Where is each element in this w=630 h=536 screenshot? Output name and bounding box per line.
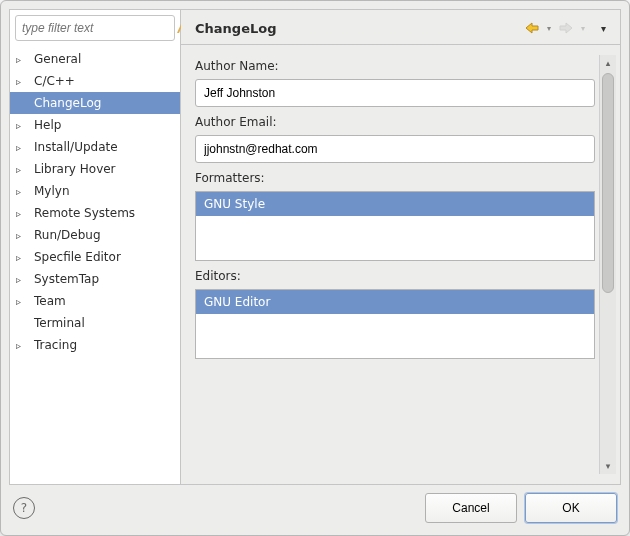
content-body: Author Name: Author Email: Formatters: G… [181,44,620,484]
filter-wrap [10,10,180,46]
tree-item-label: ChangeLog [28,96,101,110]
tree-item-label: Help [28,118,61,132]
tree-item[interactable]: ChangeLog [10,92,180,114]
tree-item[interactable]: ▹General [10,48,180,70]
content-scrollbar[interactable]: ▴ ▾ [599,55,616,474]
expand-icon[interactable]: ▹ [16,296,28,307]
view-menu-icon[interactable]: ▾ [599,23,608,34]
content-panel: ChangeLog ▾ ▾ ▾ [181,9,621,485]
scroll-down-icon[interactable]: ▾ [600,458,616,474]
tree-item-label: SystemTap [28,272,99,286]
tree-item-label: Terminal [28,316,85,330]
formatters-listbox[interactable]: GNU Style [195,191,595,261]
button-bar: ? Cancel OK [1,485,629,535]
help-icon[interactable]: ? [13,497,35,519]
category-tree[interactable]: ▹General▹C/C++ChangeLog▹Help▹Install/Upd… [10,46,180,484]
content-header: ChangeLog ▾ ▾ ▾ [181,10,620,44]
expand-icon[interactable]: ▹ [16,230,28,241]
author-email-label: Author Email: [195,115,595,129]
tree-item[interactable]: ▹Mylyn [10,180,180,202]
nav-back-icon[interactable] [523,20,541,36]
main-area: ▹General▹C/C++ChangeLog▹Help▹Install/Upd… [9,9,621,485]
expand-icon[interactable]: ▹ [16,186,28,197]
expand-icon[interactable]: ▹ [16,340,28,351]
tree-item[interactable]: ▹Run/Debug [10,224,180,246]
list-item[interactable]: GNU Style [196,192,594,216]
tree-item[interactable]: ▹Install/Update [10,136,180,158]
author-email-input[interactable] [195,135,595,163]
tree-item-label: General [28,52,81,66]
tree-item[interactable]: ▹C/C++ [10,70,180,92]
tree-item-label: Install/Update [28,140,118,154]
expand-icon[interactable]: ▹ [16,142,28,153]
dialog-buttons: Cancel OK [425,493,617,523]
author-name-label: Author Name: [195,59,595,73]
editors-label: Editors: [195,269,595,283]
tree-item[interactable]: ▹Specfile Editor [10,246,180,268]
preferences-dialog: ▹General▹C/C++ChangeLog▹Help▹Install/Upd… [0,0,630,536]
tree-item-label: C/C++ [28,74,75,88]
tree-item[interactable]: ▹SystemTap [10,268,180,290]
expand-icon[interactable]: ▹ [16,164,28,175]
tree-item[interactable]: ▹Tracing [10,334,180,356]
scroll-thumb[interactable] [602,73,614,293]
filter-box[interactable] [15,15,175,41]
formatters-label: Formatters: [195,171,595,185]
tree-item-label: Library Hover [28,162,116,176]
nav-back-menu-icon[interactable]: ▾ [545,24,553,33]
filter-input[interactable] [20,20,175,36]
tree-item[interactable]: ▹Team [10,290,180,312]
tree-item-label: Team [28,294,66,308]
tree-item-label: Tracing [28,338,77,352]
expand-icon[interactable]: ▹ [16,120,28,131]
expand-icon[interactable]: ▹ [16,76,28,87]
scroll-up-icon[interactable]: ▴ [600,55,616,71]
ok-button[interactable]: OK [525,493,617,523]
expand-icon[interactable]: ▹ [16,274,28,285]
form-column: Author Name: Author Email: Formatters: G… [195,55,599,474]
page-title: ChangeLog [195,21,276,36]
tree-item[interactable]: Terminal [10,312,180,334]
editors-listbox[interactable]: GNU Editor [195,289,595,359]
nav-icons: ▾ ▾ ▾ [523,20,608,36]
tree-item[interactable]: ▹Help [10,114,180,136]
nav-forward-menu-icon: ▾ [579,24,587,33]
tree-item[interactable]: ▹Remote Systems [10,202,180,224]
tree-item[interactable]: ▹Library Hover [10,158,180,180]
tree-item-label: Mylyn [28,184,70,198]
tree-item-label: Run/Debug [28,228,101,242]
tree-item-label: Remote Systems [28,206,135,220]
author-name-input[interactable] [195,79,595,107]
tree-item-label: Specfile Editor [28,250,121,264]
expand-icon[interactable]: ▹ [16,252,28,263]
sidebar: ▹General▹C/C++ChangeLog▹Help▹Install/Upd… [9,9,181,485]
list-item[interactable]: GNU Editor [196,290,594,314]
expand-icon[interactable]: ▹ [16,54,28,65]
nav-forward-icon [557,20,575,36]
cancel-button[interactable]: Cancel [425,493,517,523]
expand-icon[interactable]: ▹ [16,208,28,219]
